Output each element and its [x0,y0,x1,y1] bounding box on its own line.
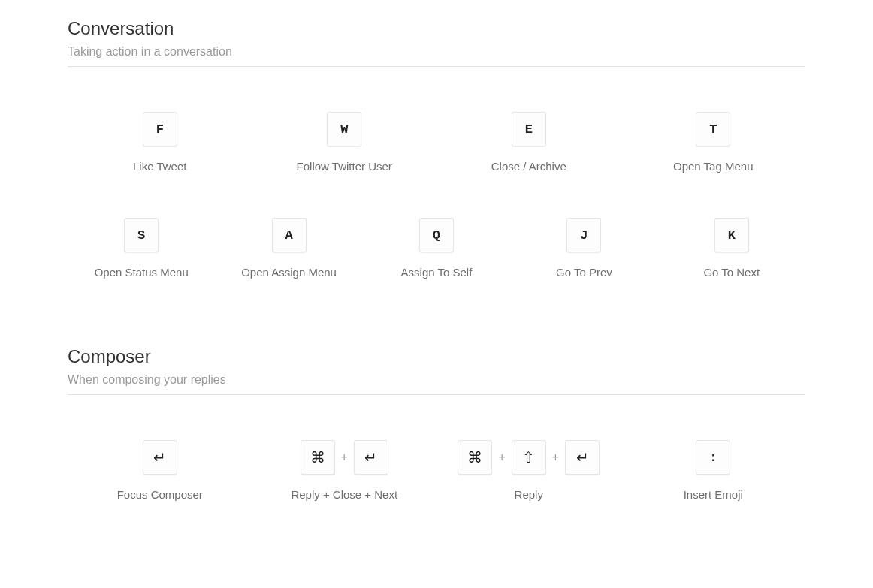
section-subtitle: When composing your replies [68,373,805,387]
shortcut-close-archive: E Close / Archive [436,112,621,173]
key-combo: Q [419,218,454,252]
keycap: A [272,218,307,252]
keycap: : [696,440,730,475]
keycap: ⇧ [512,440,546,475]
key-combo: : [696,440,730,475]
shortcut-row: F Like Tweet W Follow Twitter User E Clo… [68,112,805,173]
section-title: Composer [68,346,805,367]
key-combo: S [124,218,159,252]
keycap: E [512,112,546,146]
keycap: Q [419,218,454,252]
shortcut-label: Insert Emoji [684,488,743,501]
key-combo: F [143,112,177,146]
enter-key-icon: ↵ [153,450,166,465]
section-conversation: Conversation Taking action in a conversa… [68,18,805,279]
shortcut-label: Assign To Self [401,266,473,279]
shortcut-label: Focus Composer [117,488,203,501]
shift-key-icon: ⇧ [522,450,535,465]
enter-key-icon: ↵ [576,450,589,465]
shortcut-insert-emoji: : Insert Emoji [621,440,806,501]
shortcut-label: Go To Next [703,266,760,279]
shortcut-go-next: K Go To Next [658,218,805,279]
plus-separator: + [335,451,354,464]
keycap: S [124,218,159,252]
shortcut-open-assign-menu: A Open Assign Menu [215,218,362,279]
keycap: K [714,218,749,252]
shortcut-label: Like Tweet [133,160,186,173]
shortcut-reply: ⌘ + ⇧ + ↵ Reply [436,440,621,501]
shortcut-label: Open Status Menu [95,266,189,279]
shortcut-reply-close-next: ⌘ + ↵ Reply + Close + Next [252,440,437,501]
shortcut-focus-composer: ↵ Focus Composer [68,440,252,501]
shortcut-assign-self: Q Assign To Self [363,218,510,279]
shortcut-go-prev: J Go To Prev [510,218,657,279]
keycap: J [566,218,601,252]
shortcut-row: ↵ Focus Composer ⌘ + ↵ Reply + Close + N… [68,440,805,501]
shortcut-label: Reply [515,488,543,501]
cmd-key-icon: ⌘ [310,450,325,465]
keycap: ↵ [565,440,600,475]
shortcut-row: S Open Status Menu A Open Assign Menu Q … [68,218,805,279]
key-combo: ↵ [143,440,177,475]
plus-separator: + [546,451,565,464]
divider [68,66,805,67]
shortcut-label: Follow Twitter User [297,160,392,173]
keycap: W [327,112,361,146]
cmd-key-icon: ⌘ [467,450,482,465]
key-combo: E [512,112,546,146]
keycap: ↵ [354,440,388,475]
shortcut-open-tag-menu: T Open Tag Menu [621,112,806,173]
key-combo: K [714,218,749,252]
key-combo: ⌘ + ↵ [301,440,388,475]
key-combo: J [566,218,601,252]
key-combo: ⌘ + ⇧ + ↵ [458,440,600,475]
shortcut-follow-user: W Follow Twitter User [252,112,437,173]
section-subtitle: Taking action in a conversation [68,45,805,59]
shortcuts-page: Conversation Taking action in a conversa… [0,0,873,588]
shortcut-label: Reply + Close + Next [291,488,397,501]
keycap: ⌘ [301,440,335,475]
key-combo: A [272,218,307,252]
shortcut-label: Go To Prev [556,266,612,279]
divider [68,394,805,395]
key-combo: W [327,112,361,146]
plus-separator: + [492,451,511,464]
shortcut-label: Open Assign Menu [241,266,337,279]
shortcut-like-tweet: F Like Tweet [68,112,252,173]
section-title: Conversation [68,18,805,39]
shortcut-label: Open Tag Menu [673,160,753,173]
keycap: T [696,112,730,146]
keycap: F [143,112,177,146]
keycap: ⌘ [458,440,492,475]
shortcut-label: Close / Archive [491,160,566,173]
enter-key-icon: ↵ [364,450,377,465]
section-composer: Composer When composing your replies ↵ F… [68,346,805,501]
shortcut-open-status-menu: S Open Status Menu [68,218,215,279]
keycap: ↵ [143,440,177,475]
key-combo: T [696,112,730,146]
